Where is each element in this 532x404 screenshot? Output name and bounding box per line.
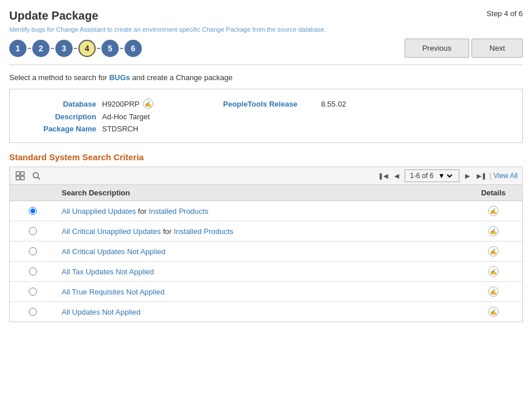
svg-rect-3 bbox=[21, 176, 24, 180]
page-indicator: 1-6 of 6 ▼ bbox=[405, 169, 459, 182]
search-radio-3[interactable] bbox=[29, 267, 37, 275]
wizard-step-6[interactable]: 6 bbox=[124, 40, 142, 57]
details-comment-icon[interactable]: ✍ bbox=[488, 307, 499, 317]
next-button[interactable]: Next bbox=[471, 39, 523, 58]
search-criteria-table: Search Description Details All Unapplied… bbox=[10, 185, 522, 322]
step-connector bbox=[28, 48, 31, 49]
toolbar-right: ❚◀ ◀ 1-6 of 6 ▼ ▶ ▶❚ | View All bbox=[377, 169, 518, 182]
table-row: All Critical Unapplied Updates for Insta… bbox=[10, 221, 522, 241]
wizard-step-1[interactable]: 1 bbox=[9, 40, 27, 57]
col-header-description: Search Description bbox=[56, 185, 465, 201]
step-connector bbox=[97, 48, 100, 49]
people-tools-label: PeopleTools Release bbox=[223, 100, 315, 108]
details-comment-icon[interactable]: ✍ bbox=[488, 206, 499, 216]
wizard-steps: 1 2 3 4 5 6 bbox=[9, 40, 142, 57]
radio-cell bbox=[10, 221, 56, 241]
search-radio-2[interactable] bbox=[29, 247, 37, 255]
search-radio-0[interactable] bbox=[29, 207, 37, 215]
svg-point-4 bbox=[33, 172, 38, 178]
instruction: Select a method to search for BUGs and c… bbox=[9, 73, 523, 82]
radio-cell bbox=[10, 241, 56, 262]
previous-button[interactable]: Previous bbox=[405, 39, 470, 58]
search-radio-4[interactable] bbox=[29, 288, 37, 296]
row-details[interactable]: ✍ bbox=[465, 201, 522, 221]
row-details[interactable]: ✍ bbox=[465, 221, 522, 241]
people-tools-value: 8.55.02 bbox=[321, 100, 511, 108]
step-connector bbox=[120, 48, 123, 49]
step-connector bbox=[51, 48, 54, 49]
next-page-button[interactable]: ▶ bbox=[462, 170, 473, 182]
col-header-details: Details bbox=[465, 185, 522, 201]
table-row: All Tax Updates Not Applied✍ bbox=[10, 262, 522, 282]
database-comment-icon[interactable]: ✍ bbox=[143, 99, 153, 109]
page-select[interactable]: ▼ bbox=[436, 171, 454, 180]
radio-cell bbox=[10, 262, 56, 282]
description-label: Description bbox=[21, 112, 96, 121]
row-details[interactable]: ✍ bbox=[465, 241, 522, 262]
package-name-label: Package Name bbox=[21, 124, 96, 133]
grid-icon[interactable] bbox=[14, 170, 26, 182]
search-radio-5[interactable] bbox=[29, 308, 37, 316]
row-description: All True Requisites Not Applied bbox=[56, 282, 465, 302]
view-all-link[interactable]: View All bbox=[493, 172, 518, 180]
table-toolbar: ❚◀ ◀ 1-6 of 6 ▼ ▶ ▶❚ | View All bbox=[10, 167, 522, 185]
row-details[interactable]: ✍ bbox=[465, 262, 522, 282]
radio-cell bbox=[10, 201, 56, 221]
table-row: All Updates Not Applied✍ bbox=[10, 302, 522, 322]
row-description: All Critical Unapplied Updates for Insta… bbox=[56, 221, 465, 241]
description-value: Ad-Hoc Target bbox=[102, 112, 217, 121]
subtitle: Identify bugs for Change Assistant to cr… bbox=[9, 26, 523, 33]
table-row: All Unapplied Updates for Installed Prod… bbox=[10, 201, 522, 221]
details-comment-icon[interactable]: ✍ bbox=[488, 226, 499, 236]
database-label: Database bbox=[21, 100, 96, 108]
toolbar-divider: | bbox=[489, 172, 491, 180]
svg-rect-1 bbox=[21, 172, 24, 175]
radio-cell bbox=[10, 282, 56, 302]
svg-rect-0 bbox=[16, 172, 20, 175]
info-box: Database H9200PRP ✍ PeopleTools Release … bbox=[9, 89, 523, 143]
row-description: All Updates Not Applied bbox=[56, 302, 465, 322]
nav-buttons: Previous Next bbox=[405, 39, 523, 58]
toolbar-left bbox=[14, 170, 42, 182]
row-description: All Unapplied Updates for Installed Prod… bbox=[56, 201, 465, 221]
details-comment-icon[interactable]: ✍ bbox=[488, 286, 499, 297]
step-connector bbox=[74, 48, 77, 49]
details-comment-icon[interactable]: ✍ bbox=[488, 266, 499, 277]
table-row: All Critical Updates Not Applied✍ bbox=[10, 241, 522, 262]
prev-page-button[interactable]: ◀ bbox=[391, 170, 402, 182]
bugs-highlight: BUGs bbox=[109, 73, 130, 82]
wizard-step-2[interactable]: 2 bbox=[32, 40, 50, 57]
wizard-step-5[interactable]: 5 bbox=[101, 40, 119, 57]
database-value: H9200PRP ✍ bbox=[102, 99, 217, 109]
svg-rect-2 bbox=[16, 176, 20, 180]
first-page-button[interactable]: ❚◀ bbox=[377, 170, 388, 182]
step-info: Step 4 of 6 bbox=[486, 9, 523, 18]
col-header-radio bbox=[10, 185, 56, 201]
search-criteria-title: Standard System Search Criteria bbox=[9, 152, 523, 162]
radio-cell bbox=[10, 302, 56, 322]
wizard-nav: 1 2 3 4 5 6 Previous Next bbox=[9, 39, 523, 65]
search-icon[interactable] bbox=[31, 170, 42, 182]
row-description: All Tax Updates Not Applied bbox=[56, 262, 465, 282]
table-row: All True Requisites Not Applied✍ bbox=[10, 282, 522, 302]
row-details[interactable]: ✍ bbox=[465, 282, 522, 302]
svg-line-5 bbox=[37, 177, 40, 179]
details-comment-icon[interactable]: ✍ bbox=[488, 246, 499, 256]
package-name-value: STDSRCH bbox=[102, 124, 217, 133]
last-page-button[interactable]: ▶❚ bbox=[476, 170, 487, 182]
search-criteria-table-container: ❚◀ ◀ 1-6 of 6 ▼ ▶ ▶❚ | View All Search D… bbox=[9, 167, 523, 322]
row-description: All Critical Updates Not Applied bbox=[56, 241, 465, 262]
row-details[interactable]: ✍ bbox=[465, 302, 522, 322]
page-title: Update Package bbox=[9, 9, 99, 22]
search-radio-1[interactable] bbox=[29, 227, 37, 235]
wizard-step-4[interactable]: 4 bbox=[78, 40, 96, 57]
wizard-step-3[interactable]: 3 bbox=[55, 40, 73, 57]
